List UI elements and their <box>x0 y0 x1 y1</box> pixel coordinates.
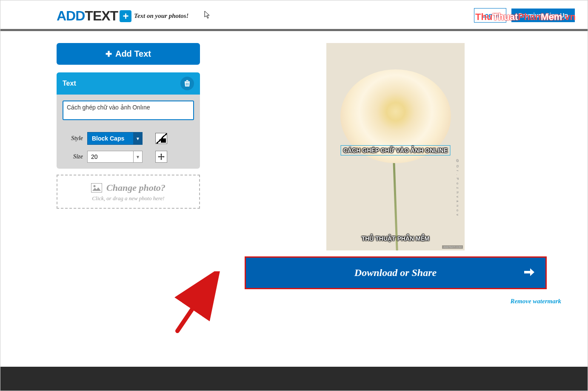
sidebar: ✚ Add Text Text Style Block Caps ▼ <box>57 43 200 305</box>
text-panel: Text Style Block Caps ▼ Size <box>57 72 200 169</box>
logo[interactable]: ADDTEXT + <box>57 8 131 24</box>
header: ADDTEXT + Text on your photos! Log In Pr… <box>0 0 588 31</box>
chevron-down-icon[interactable]: ▼ <box>133 151 143 163</box>
preview-area: CÁCH GHÉP CHỮ VÀO ẢNH ONLINE THỦ THUẬT P… <box>216 43 575 305</box>
svg-point-1 <box>94 185 96 187</box>
change-photo-sub: Click, or drag a new photo here! <box>62 195 195 202</box>
premium-signup-button[interactable]: Premium Sign Up <box>511 9 575 22</box>
photo-credit: @ G r . P o z h v a n o v <box>456 159 460 216</box>
overlay-text-1[interactable]: CÁCH GHÉP CHỮ VÀO ẢNH ONLINE <box>340 145 451 155</box>
chevron-down-icon[interactable]: ▼ <box>133 132 143 145</box>
plus-icon: + <box>120 10 131 22</box>
move-button[interactable] <box>155 151 167 163</box>
style-select[interactable]: Block Caps ▼ <box>87 132 143 145</box>
tagline: Text on your photos! <box>134 12 188 20</box>
trash-icon <box>184 80 190 87</box>
size-input[interactable]: ▼ <box>87 151 143 163</box>
main: ✚ Add Text Text Style Block Caps ▼ <box>0 31 588 305</box>
size-field[interactable] <box>87 151 133 163</box>
svg-rect-0 <box>91 183 102 193</box>
add-text-button[interactable]: ✚ Add Text <box>57 43 200 65</box>
style-label: Style <box>63 135 83 142</box>
photo-brandmark: ADDTEXT.COM <box>442 245 463 249</box>
panel-title: Text <box>63 80 76 87</box>
remove-watermark-link[interactable]: Remove watermark <box>510 298 561 305</box>
login-button[interactable]: Log In <box>474 8 506 23</box>
download-share-button[interactable]: Download or Share <box>245 256 547 289</box>
image-icon <box>91 183 102 193</box>
size-row: Size ▼ <box>63 151 194 163</box>
delete-text-button[interactable] <box>180 77 194 90</box>
add-text-label: Add Text <box>115 49 151 59</box>
arrow-right-icon <box>523 266 535 280</box>
move-icon <box>158 153 165 160</box>
footer <box>0 367 588 391</box>
photo-preview[interactable]: CÁCH GHÉP CHỮ VÀO ẢNH ONLINE THỦ THUẬT P… <box>326 43 465 250</box>
logo-text: TEXT <box>85 8 118 24</box>
style-row: Style Block Caps ▼ <box>63 132 194 145</box>
overlay-text-2[interactable]: THỦ THUẬT PHẦN MỀM <box>362 235 430 242</box>
color-picker-button[interactable] <box>155 133 167 144</box>
size-label: Size <box>63 153 83 160</box>
header-actions: Log In Premium Sign Up <box>474 8 575 23</box>
panel-body: Style Block Caps ▼ Size ▼ <box>57 95 200 169</box>
text-input[interactable] <box>63 101 194 120</box>
plus-icon: ✚ <box>106 49 112 59</box>
download-label: Download or Share <box>354 267 437 279</box>
panel-header: Text <box>57 72 200 95</box>
logo-add: ADD <box>57 8 85 24</box>
change-photo-dropzone[interactable]: Change photo? Click, or drag a new photo… <box>57 175 200 209</box>
change-photo-title: Change photo? <box>62 182 195 193</box>
style-value: Block Caps <box>87 132 133 145</box>
